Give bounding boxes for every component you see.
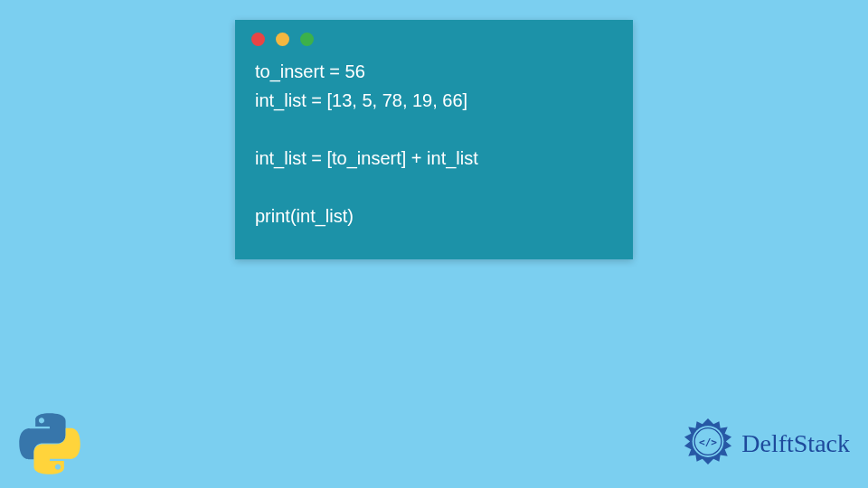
- delftstack-mark-icon: </>: [680, 416, 736, 472]
- minimize-icon: [276, 33, 289, 46]
- close-icon: [251, 33, 265, 46]
- code-window: to_insert = 56 int_list = [13, 5, 78, 19…: [235, 20, 633, 259]
- python-logo-icon: [18, 412, 81, 475]
- maximize-icon: [300, 33, 314, 46]
- delftstack-logo: </> DelftStack: [680, 416, 850, 472]
- delftstack-name: DelftStack: [741, 429, 850, 458]
- code-content: to_insert = 56 int_list = [13, 5, 78, 19…: [235, 53, 633, 247]
- svg-text:</>: </>: [699, 436, 717, 448]
- window-controls: [235, 20, 633, 53]
